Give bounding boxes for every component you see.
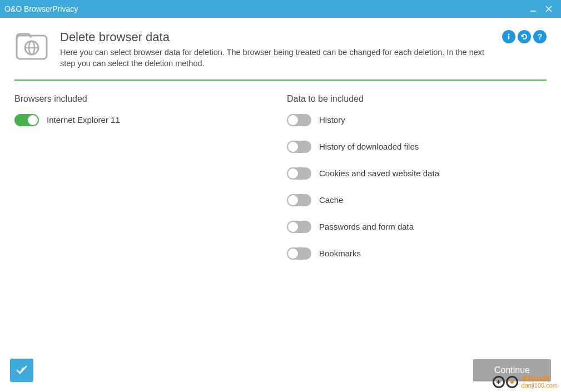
divider xyxy=(14,80,547,81)
header-text: Delete browser data Here you can select … xyxy=(60,30,491,70)
header-row: Delete browser data Here you can select … xyxy=(14,30,547,70)
svg-point-7 xyxy=(508,34,510,36)
toggle-data-0[interactable] xyxy=(287,114,311,126)
content-area: Delete browser data Here you can select … xyxy=(0,18,561,274)
header-actions: ? xyxy=(502,30,547,43)
continue-button[interactable]: Continue xyxy=(473,359,551,381)
data-column: Data to be included HistoryHistory of do… xyxy=(287,94,547,274)
toggle-label-data-0: History xyxy=(319,115,345,125)
page-title: Delete browser data xyxy=(60,30,491,44)
refresh-button[interactable] xyxy=(518,30,531,43)
toggle-row-data-4: Passwords and form data xyxy=(287,221,547,233)
select-all-button[interactable] xyxy=(10,359,33,382)
minimize-button[interactable] xyxy=(525,1,541,17)
columns: Browsers included Internet Explorer 11 D… xyxy=(14,94,547,274)
svg-rect-8 xyxy=(508,36,509,39)
browser-data-icon xyxy=(14,30,49,61)
toggle-label-data-3: Cache xyxy=(319,195,343,205)
info-button[interactable] xyxy=(502,30,515,43)
toggle-browser-0[interactable] xyxy=(14,114,39,126)
toggle-label-data-2: Cookies and saved website data xyxy=(319,168,439,178)
data-section-title: Data to be included xyxy=(287,94,547,104)
help-button[interactable]: ? xyxy=(533,30,547,43)
browsers-section-title: Browsers included xyxy=(14,94,287,104)
browsers-column: Browsers included Internet Explorer 11 xyxy=(14,94,287,274)
toggle-data-4[interactable] xyxy=(287,221,311,233)
page-description: Here you can select browser data for del… xyxy=(60,47,491,70)
toggle-label-browser-0: Internet Explorer 11 xyxy=(47,115,120,125)
toggle-label-data-5: Bookmarks xyxy=(319,249,361,258)
toggle-data-2[interactable] xyxy=(287,167,311,180)
toggle-row-data-0: History xyxy=(287,114,547,126)
watermark-text-bottom: danji100.com xyxy=(522,382,558,389)
toggle-row-data-3: Cache xyxy=(287,194,547,206)
app-title: O&O BrowserPrivacy xyxy=(4,4,525,13)
toggle-row-data-2: Cookies and saved website data xyxy=(287,167,547,180)
titlebar: O&O BrowserPrivacy xyxy=(0,0,561,18)
toggle-data-5[interactable] xyxy=(287,247,311,260)
toggle-row-data-5: Bookmarks xyxy=(287,247,547,260)
toggle-row-data-1: History of downloaded files xyxy=(287,141,547,153)
toggle-data-1[interactable] xyxy=(287,141,311,153)
close-button[interactable] xyxy=(541,1,557,17)
toggle-row-browser-0: Internet Explorer 11 xyxy=(14,114,287,126)
toggle-data-3[interactable] xyxy=(287,194,311,206)
toggle-label-data-4: Passwords and form data xyxy=(319,222,414,231)
footer: Continue xyxy=(10,359,551,382)
toggle-label-data-1: History of downloaded files xyxy=(319,142,419,151)
